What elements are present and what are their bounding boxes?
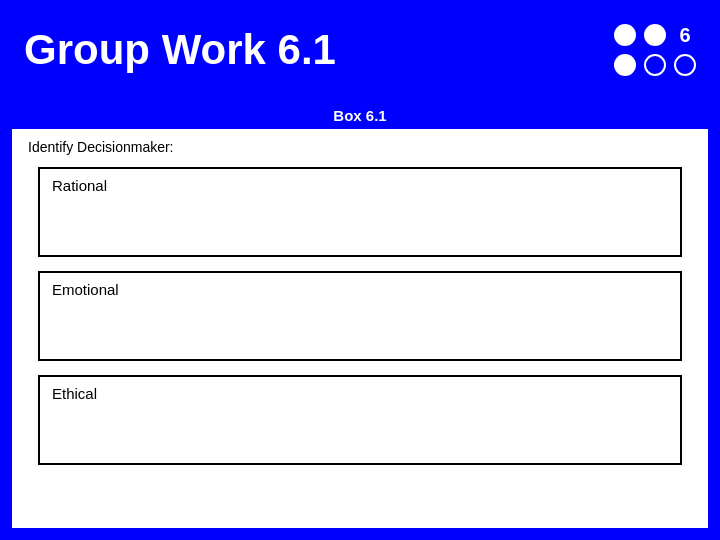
emotional-label: Emotional [52, 281, 119, 298]
ethical-box: Ethical [38, 375, 682, 465]
rational-label: Rational [52, 177, 107, 194]
dot-grid: 6 [614, 24, 696, 76]
dot-1 [614, 24, 636, 46]
ethical-label: Ethical [52, 385, 97, 402]
main-content: Box 6.1 Identify Decisionmaker: Rational… [10, 100, 710, 530]
emotional-box: Emotional [38, 271, 682, 361]
dot-5 [644, 54, 666, 76]
box-label-bar: Box 6.1 [12, 102, 708, 129]
content-area: Identify Decisionmaker: Rational Emotion… [12, 129, 708, 489]
identify-label: Identify Decisionmaker: [28, 139, 692, 155]
box-label: Box 6.1 [333, 107, 386, 124]
rational-box: Rational [38, 167, 682, 257]
number-badge: 6 [674, 24, 696, 46]
dot-2 [644, 24, 666, 46]
header: Group Work 6.1 6 [0, 0, 720, 100]
dot-6 [674, 54, 696, 76]
dot-4 [614, 54, 636, 76]
page-title: Group Work 6.1 [24, 26, 336, 74]
